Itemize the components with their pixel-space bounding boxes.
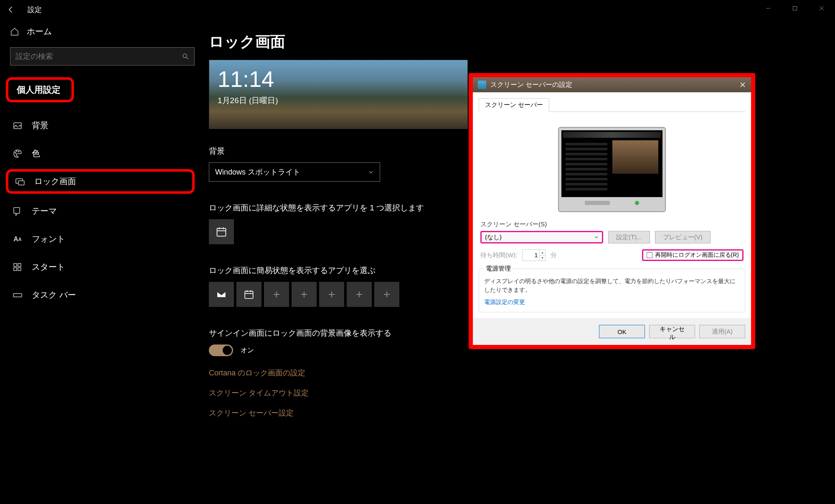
dialog-close-button[interactable]	[738, 80, 748, 90]
screensaver-dialog-highlight: スクリーン セーバーの設定 スクリーン セーバー スクリーン セーバー(S) (…	[469, 73, 755, 349]
svg-rect-18	[217, 228, 226, 236]
link-cortana[interactable]: Cortana のロック画面の設定	[209, 368, 831, 378]
maximize-button[interactable]	[782, 0, 808, 17]
power-link[interactable]: 電源設定の変更	[484, 299, 740, 306]
screensaver-select-label: スクリーン セーバー(S)	[479, 220, 745, 228]
nav-item-background[interactable]: 背景	[10, 113, 195, 138]
nav-label: 色	[32, 148, 40, 159]
brush-icon	[13, 206, 23, 216]
quick-app-calendar[interactable]	[236, 282, 261, 307]
svg-line-5	[186, 57, 188, 59]
spin-down[interactable]: ▼	[539, 256, 545, 261]
wait-unit: 分	[551, 251, 557, 259]
detail-app-calendar[interactable]	[209, 219, 234, 244]
cancel-button[interactable]: キャンセル	[649, 325, 695, 338]
svg-rect-17	[13, 294, 22, 297]
picture-icon	[13, 121, 23, 131]
wait-value: 1	[523, 250, 539, 261]
svg-rect-13	[14, 263, 17, 266]
home-icon	[10, 27, 19, 36]
lock-screen-icon	[15, 177, 25, 187]
wait-label: 待ち時間(W):	[480, 251, 517, 259]
svg-rect-12	[14, 208, 20, 213]
dropdown-value: Windows スポットライト	[215, 167, 300, 177]
preview-date: 1月26日 (日曜日)	[218, 95, 278, 106]
svg-rect-25	[245, 291, 253, 298]
ok-button[interactable]: OK	[599, 325, 645, 338]
dialog-footer: OK キャンセル 適用(A)	[473, 318, 751, 345]
category-label: 個人用設定	[13, 82, 65, 97]
toggle-state: オン	[241, 346, 254, 355]
nav-label: テーマ	[32, 205, 57, 217]
nav-label: タスク バー	[32, 289, 76, 301]
power-group: 電源管理 ディスプレイの明るさや他の電源の設定を調整して、電力を節約したりパフォ…	[479, 268, 745, 312]
taskbar-icon	[13, 290, 23, 300]
close-button[interactable]	[808, 0, 835, 17]
lockscreen-preview[interactable]: 11:14 1月26日 (日曜日)	[209, 60, 468, 129]
svg-rect-1	[793, 7, 797, 10]
titlebar: 設定	[0, 0, 835, 19]
nav-item-colors[interactable]: 色	[10, 141, 195, 166]
screensaver-settings-button[interactable]: 設定(T)...	[608, 231, 650, 243]
svg-point-4	[183, 54, 187, 58]
background-dropdown[interactable]: Windows スポットライト	[209, 162, 380, 182]
search-icon	[182, 53, 189, 60]
dialog-tab-screensaver[interactable]: スクリーン セーバー	[479, 98, 549, 112]
start-icon	[13, 262, 23, 272]
chevron-down-icon	[594, 235, 599, 239]
screensaver-value: (なし)	[485, 233, 502, 241]
screensaver-preview-button[interactable]: プレビュー(V)	[655, 231, 711, 243]
home-link[interactable]: ホーム	[10, 26, 195, 37]
signinbg-toggle[interactable]	[209, 344, 233, 356]
page-title: ロック画面	[209, 32, 831, 52]
dialog-title-text: スクリーン セーバーの設定	[490, 81, 572, 89]
quick-app-add-4[interactable]: +	[347, 282, 372, 307]
nav-label: 背景	[32, 120, 48, 131]
nav-item-themes[interactable]: テーマ	[10, 199, 195, 223]
resume-checkbox[interactable]	[647, 252, 652, 258]
svg-rect-14	[18, 263, 21, 266]
resume-checkbox-wrap[interactable]: 再開時にログオン画面に戻る(R)	[642, 249, 744, 261]
palette-icon	[13, 149, 23, 159]
svg-rect-16	[18, 268, 21, 271]
quick-app-add-5[interactable]: +	[374, 282, 399, 307]
svg-point-8	[16, 151, 17, 152]
quick-app-add-3[interactable]: +	[319, 282, 344, 307]
dialog-icon	[478, 81, 486, 89]
svg-rect-11	[18, 181, 24, 185]
screensaver-select[interactable]: (なし)	[480, 231, 603, 243]
apply-button[interactable]: 適用(A)	[699, 325, 745, 338]
nav-label: ロック画面	[34, 176, 76, 187]
back-button[interactable]	[7, 5, 15, 14]
nav-item-lockscreen[interactable]: ロック画面	[13, 174, 185, 189]
minimize-button[interactable]	[755, 0, 782, 17]
search-input[interactable]	[15, 52, 182, 61]
link-timeout[interactable]: スクリーン タイムアウト設定	[209, 388, 831, 398]
screensaver-dialog: スクリーン セーバーの設定 スクリーン セーバー スクリーン セーバー(S) (…	[473, 77, 751, 345]
sidebar: ホーム 個人用設定 背景 色	[0, 19, 205, 504]
chevron-down-icon	[368, 169, 374, 175]
wait-time-input[interactable]: 1 ▲▼	[522, 249, 546, 261]
preview-time: 11:14	[218, 66, 274, 92]
font-icon: AA	[13, 234, 23, 244]
svg-rect-15	[14, 268, 17, 271]
search-box[interactable]	[10, 47, 195, 66]
nav-item-start[interactable]: スタート	[10, 255, 195, 279]
svg-point-7	[15, 152, 16, 153]
spin-up[interactable]: ▲	[539, 250, 545, 256]
quick-app-add-1[interactable]: +	[264, 282, 289, 307]
link-screensaver[interactable]: スクリーン セーバー設定	[209, 408, 831, 418]
quick-app-mail[interactable]	[209, 282, 234, 307]
monitor-preview	[479, 116, 745, 220]
power-title: 電源管理	[484, 265, 513, 272]
home-label: ホーム	[27, 26, 52, 37]
nav-label: スタート	[32, 261, 65, 273]
nav-item-taskbar[interactable]: タスク バー	[10, 283, 195, 307]
nav-label: フォント	[32, 233, 65, 245]
quick-app-add-2[interactable]: +	[292, 282, 317, 307]
power-desc: ディスプレイの明るさや他の電源の設定を調整して、電力を節約したりパフォーマンスを…	[484, 277, 740, 294]
nav-item-fonts[interactable]: AA フォント	[10, 227, 195, 251]
resume-label: 再開時にログオン画面に戻る(R)	[655, 251, 739, 259]
dialog-titlebar[interactable]: スクリーン セーバーの設定	[473, 77, 751, 92]
window-title: 設定	[28, 5, 42, 15]
